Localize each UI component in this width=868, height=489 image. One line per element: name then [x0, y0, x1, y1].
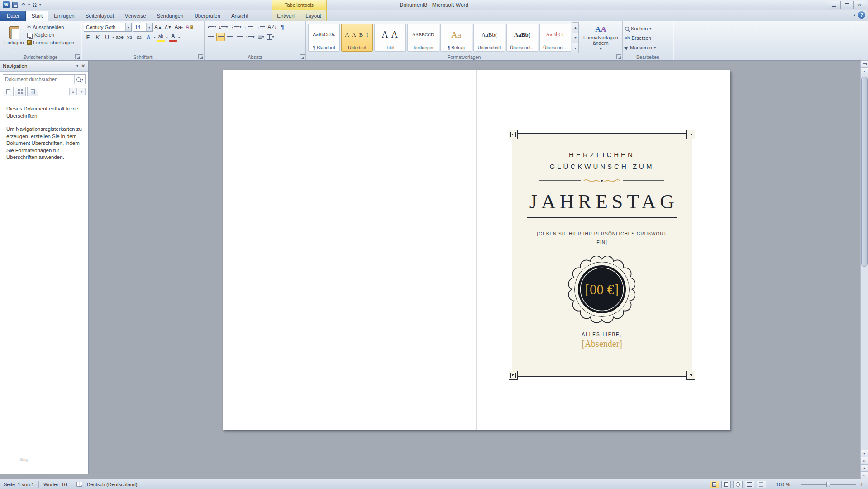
clipboard-dialog-launcher-icon[interactable]	[75, 54, 80, 59]
change-styles-dropdown-icon[interactable]: ▾	[600, 47, 601, 51]
browse-object-icon[interactable]: ●	[861, 464, 868, 472]
greeting-card[interactable]: HERZLICHEN GLÜCKWUNSCH ZUM JAHRESTAG [GE…	[512, 133, 692, 377]
multilevel-list-button[interactable]: ⋮▾	[229, 23, 242, 31]
zoom-slider[interactable]	[801, 484, 856, 485]
vertical-scrollbar[interactable]: ▲ ▼ « ● »	[860, 61, 868, 479]
style-item-ueberschrift1[interactable]: AaBb( Überschrif...	[506, 24, 538, 52]
show-paragraph-marks-button[interactable]: ¶	[278, 23, 287, 31]
word-count[interactable]: Wörter: 16	[43, 482, 67, 487]
tab-einfuegen[interactable]: Einfügen	[48, 11, 80, 21]
browse-results-tab[interactable]	[27, 87, 38, 96]
font-color-dropdown-icon[interactable]: ▾	[178, 35, 180, 39]
justify-button[interactable]	[235, 33, 244, 41]
zoom-in-icon[interactable]: +	[859, 481, 864, 488]
font-name-dropdown-icon[interactable]: ▼	[125, 23, 131, 31]
tab-start[interactable]: Start	[26, 11, 48, 21]
find-dropdown-icon[interactable]: ▾	[649, 27, 651, 31]
font-name-combobox[interactable]: Century Goth ▼	[84, 23, 132, 32]
style-item-titel[interactable]: A A Titel	[374, 24, 406, 52]
browse-pages-tab[interactable]	[15, 87, 26, 96]
style-item-standard[interactable]: AaBbCcDc ¶ Standard	[308, 24, 340, 52]
tab-ansicht[interactable]: Ansicht	[226, 11, 254, 21]
fullscreen-reading-view-button[interactable]	[721, 481, 731, 488]
styles-dialog-launcher-icon[interactable]	[616, 54, 621, 59]
highlight-button[interactable]: ab	[157, 33, 165, 42]
scroll-down-icon[interactable]: ▼	[861, 450, 868, 457]
navigation-close-icon[interactable]: ✕	[81, 63, 86, 69]
style-item-textkoerper[interactable]: AABBCCD Textkörper	[407, 24, 439, 52]
ruler-toggle-icon[interactable]	[861, 60, 868, 68]
align-left-button[interactable]	[207, 33, 215, 41]
subscript-button[interactable]: x2	[125, 33, 134, 42]
select-button[interactable]: Markieren ▾	[625, 43, 656, 52]
zoom-level[interactable]: 100 %	[776, 482, 790, 487]
select-dropdown-icon[interactable]: ▾	[654, 46, 656, 50]
previous-result-icon[interactable]: ▲	[69, 88, 77, 95]
navigation-options-icon[interactable]: ▾	[76, 64, 78, 68]
style-item-unterschrift[interactable]: AaBb( Unterschrift	[473, 24, 505, 52]
line-spacing-button[interactable]: ↕▾	[245, 33, 256, 41]
shading-button[interactable]: ▾	[257, 33, 265, 41]
paragraph-dialog-launcher-icon[interactable]	[300, 54, 305, 59]
amount-seal[interactable]: [00 €]	[568, 256, 635, 323]
minimize-ribbon-icon[interactable]: ▴	[853, 13, 855, 17]
minimize-button[interactable]	[828, 1, 841, 9]
tab-datei[interactable]: Datei	[0, 11, 26, 21]
document-area[interactable]: HERZLICHEN GLÜCKWUNSCH ZUM JAHRESTAG [GE…	[89, 61, 860, 479]
font-size-dropdown-icon[interactable]: ▼	[146, 23, 152, 31]
numbering-button[interactable]: 1▾	[218, 23, 229, 31]
undo-icon[interactable]: ↶	[21, 2, 25, 8]
align-right-button[interactable]	[226, 33, 234, 41]
replace-button[interactable]: ab Ersetzen	[625, 34, 656, 42]
tab-verweise[interactable]: Verweise	[119, 11, 152, 21]
styles-scroll-down-icon[interactable]: ▼	[572, 33, 579, 43]
highlight-dropdown-icon[interactable]: ▾	[166, 35, 168, 39]
tab-seitenlayout[interactable]: Seitenlayout	[80, 11, 119, 21]
text-effects-dropdown-icon[interactable]: ▾	[154, 35, 156, 39]
scrollbar-thumb[interactable]	[861, 77, 868, 267]
save-icon[interactable]	[12, 2, 18, 8]
paste-dropdown-icon[interactable]: ▾	[13, 46, 15, 50]
italic-button[interactable]: K	[93, 33, 102, 42]
omega-icon[interactable]: Ω	[33, 2, 37, 8]
cut-button[interactable]: ✂ Ausschneiden	[26, 24, 76, 30]
scroll-up-icon[interactable]: ▲	[861, 67, 868, 75]
card-sender-placeholder[interactable]: [Absender]	[582, 339, 622, 349]
document-page[interactable]: HERZLICHEN GLÜCKWUNSCH ZUM JAHRESTAG [GE…	[223, 70, 730, 430]
undo-dropdown-icon[interactable]: ▾	[28, 3, 30, 7]
language-indicator[interactable]: Deutsch (Deutschland)	[87, 482, 138, 487]
outline-view-button[interactable]	[745, 481, 754, 488]
paste-button[interactable]: Einfügen ▾	[2, 23, 26, 53]
styles-expand-gallery-icon[interactable]: ▼	[572, 43, 579, 53]
spellcheck-icon[interactable]	[76, 482, 82, 487]
browse-headings-tab[interactable]	[3, 87, 14, 96]
page-indicator[interactable]: Seite: 1 von 1	[4, 482, 34, 487]
tab-entwurf[interactable]: Entwurf	[272, 11, 300, 21]
styles-scroll-up-icon[interactable]: ▲	[572, 22, 579, 33]
bullets-button[interactable]: •▾	[207, 23, 217, 31]
change-case-button[interactable]: Aa▾	[174, 23, 184, 32]
find-button[interactable]: Suchen ▾	[625, 24, 656, 33]
next-page-icon[interactable]: »	[861, 471, 868, 479]
print-layout-view-button[interactable]	[710, 481, 719, 488]
font-size-combobox[interactable]: 14 ▼	[133, 23, 153, 32]
style-item-untertitel[interactable]: A A B I Untertitel	[341, 24, 373, 52]
font-color-button[interactable]: A	[169, 33, 177, 42]
zoom-out-icon[interactable]: −	[793, 481, 798, 488]
zoom-slider-thumb[interactable]	[826, 482, 830, 487]
tab-sendungen[interactable]: Sendungen	[152, 11, 189, 21]
decrease-indent-button[interactable]: ←	[243, 23, 254, 31]
style-item-ueberschrift2[interactable]: AaBbCc Überschrif...	[539, 24, 571, 52]
borders-button[interactable]: ▾	[266, 33, 275, 41]
clear-formatting-button[interactable]: A	[185, 23, 195, 32]
search-input[interactable]	[3, 75, 74, 84]
change-styles-button[interactable]: AA Formatvorlagen ändern ▾	[582, 23, 620, 53]
help-icon[interactable]: ?	[858, 11, 865, 19]
increase-indent-button[interactable]: →	[255, 23, 266, 31]
underline-button[interactable]: U	[103, 33, 111, 42]
tab-layout[interactable]: Layout	[300, 11, 327, 21]
next-result-icon[interactable]: ▼	[78, 88, 86, 95]
superscript-button[interactable]: x2	[135, 33, 143, 42]
grow-font-button[interactable]: A▲	[153, 23, 163, 32]
bold-button[interactable]: F	[84, 33, 92, 42]
